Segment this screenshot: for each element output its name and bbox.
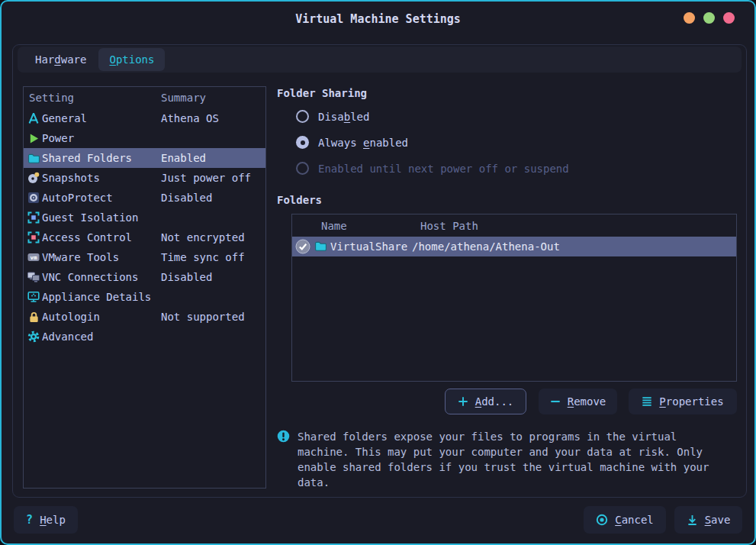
settings-row-label: Snapshots <box>42 172 100 184</box>
settings-row-label: Access Control <box>42 231 132 243</box>
athena-logo-icon <box>27 111 40 125</box>
play-icon <box>27 131 40 145</box>
help-button-label: Help <box>40 514 66 526</box>
radio-circle-icon <box>296 162 309 175</box>
save-button-label: Save <box>705 514 731 526</box>
guest-isolation-icon <box>27 211 40 224</box>
settings-list-header: Setting Summary <box>24 87 265 108</box>
check-circle-icon[interactable] <box>295 239 310 254</box>
settings-row-label: Advanced <box>42 331 93 343</box>
help-button[interactable]: ? Help <box>14 506 78 534</box>
add-button-label: Add... <box>475 395 514 408</box>
radio-label: Disabled <box>318 111 369 123</box>
window-controls <box>684 12 735 24</box>
settings-row-label: VNC Connections <box>42 271 138 283</box>
settings-row-advanced[interactable]: Advanced <box>24 327 265 347</box>
cancel-button-label: Cancel <box>615 514 654 526</box>
settings-row-label: Power <box>42 132 74 144</box>
vmware-tools-icon: vm <box>27 250 40 264</box>
settings-row-label: Autologin <box>42 311 100 323</box>
shared-folders-warning: Shared folders expose your files to prog… <box>298 429 725 490</box>
minus-icon <box>550 396 561 407</box>
column-summary: Summary <box>161 92 206 104</box>
add-button[interactable]: Add... <box>445 389 526 414</box>
gear-icon <box>27 330 40 343</box>
question-icon: ? <box>26 513 33 527</box>
radio-circle-icon <box>296 110 309 123</box>
settings-row-vmware-tools[interactable]: vm VMware Tools Time sync off <box>24 247 265 267</box>
window-title: Virtual Machine Settings <box>2 12 754 26</box>
folders-table-header: Name Host Path <box>292 214 736 237</box>
maximize-button[interactable] <box>703 12 715 24</box>
titlebar: Virtual Machine Settings <box>2 2 754 35</box>
settings-row-label: Appliance Details <box>42 291 151 303</box>
folder-name: VirtualShare <box>330 240 412 253</box>
tab-bar: Hardware Options <box>18 47 742 73</box>
radio-selected-icon <box>296 136 309 149</box>
settings-row-guest-isolation[interactable]: Guest Isolation <box>24 208 265 227</box>
save-download-icon <box>687 514 698 526</box>
properties-button-label: Properties <box>659 395 723 408</box>
close-button[interactable] <box>723 12 735 24</box>
settings-row-snapshots[interactable]: Snapshots Just power off <box>24 168 265 188</box>
settings-row-autoprotect[interactable]: AutoProtect Disabled <box>24 188 265 208</box>
vm-settings-window: Virtual Machine Settings Hardware Option… <box>0 0 756 545</box>
column-setting: Setting <box>29 92 74 104</box>
settings-row-label: General <box>42 112 87 124</box>
column-host-path: Host Path <box>420 220 478 232</box>
folder-host-path: /home/athena/Athena-Out <box>412 240 560 253</box>
remove-button-label: Remove <box>568 395 606 408</box>
settings-row-access-control[interactable]: Access Control Not encrypted <box>24 227 265 247</box>
settings-row-general[interactable]: General Athena OS <box>24 108 265 128</box>
snapshot-disc-icon <box>27 171 40 185</box>
settings-row-summary: Disabled <box>161 192 212 204</box>
radio-enabled-until-power-off: Enabled until next power off or suspend <box>296 162 569 175</box>
svg-text:vm: vm <box>30 254 37 261</box>
column-name: Name <box>321 220 347 232</box>
settings-row-summary: Disabled <box>161 271 212 283</box>
autologin-lock-icon <box>27 310 40 324</box>
settings-row-summary: Not supported <box>161 311 245 323</box>
folders-heading: Folders <box>277 194 322 206</box>
list-icon <box>642 396 652 407</box>
remove-button[interactable]: Remove <box>539 389 617 414</box>
plus-icon <box>458 396 468 407</box>
minimize-button[interactable] <box>684 12 695 24</box>
settings-row-vnc-connections[interactable]: VNC Connections Disabled <box>24 267 265 287</box>
settings-row-autologin[interactable]: Autologin Not supported <box>24 307 265 327</box>
settings-row-shared-folders[interactable]: Shared Folders Enabled <box>24 148 265 168</box>
autoprotect-icon <box>27 191 40 205</box>
settings-row-label: VMware Tools <box>42 251 119 263</box>
settings-row-summary: Not encrypted <box>161 231 245 243</box>
radio-always-enabled[interactable]: Always enabled <box>296 136 408 149</box>
settings-row-summary: Enabled <box>161 152 206 164</box>
access-control-icon <box>27 231 40 244</box>
cancel-circle-icon <box>596 514 608 526</box>
radio-label: Enabled until next power off or suspend <box>318 163 569 175</box>
settings-row-summary: Time sync off <box>161 251 245 263</box>
vnc-monitors-icon <box>27 270 40 284</box>
properties-button[interactable]: Properties <box>629 389 737 414</box>
cancel-button[interactable]: Cancel <box>584 506 666 534</box>
folder-icon <box>314 240 328 253</box>
settings-row-summary: Athena OS <box>161 112 219 124</box>
radio-label: Always enabled <box>318 137 408 149</box>
radio-disabled[interactable]: Disabled <box>296 110 369 123</box>
settings-list: Setting Summary General Athena OS Power <box>23 86 266 489</box>
tab-hardware[interactable]: Hardware <box>24 48 97 71</box>
settings-row-label: AutoProtect <box>42 192 113 204</box>
folder-sharing-heading: Folder Sharing <box>277 87 367 99</box>
warning-icon <box>277 430 290 443</box>
settings-row-power[interactable]: Power <box>24 128 265 148</box>
save-button[interactable]: Save <box>674 506 742 534</box>
settings-row-summary: Just power off <box>161 172 251 184</box>
settings-row-appliance-details[interactable]: Appliance Details <box>24 287 265 307</box>
folders-table: Name Host Path VirtualShare /home/athena… <box>291 214 737 382</box>
footer: ? Help Cancel Save <box>2 496 754 543</box>
settings-row-label: Shared Folders <box>42 152 132 164</box>
appliance-monitor-icon <box>27 290 40 304</box>
folder-row-virtualshare[interactable]: VirtualShare /home/athena/Athena-Out <box>292 237 736 256</box>
settings-frame: Hardware Options Setting Summary General… <box>12 44 747 498</box>
tab-options[interactable]: Options <box>98 48 165 71</box>
settings-row-label: Guest Isolation <box>42 211 138 224</box>
